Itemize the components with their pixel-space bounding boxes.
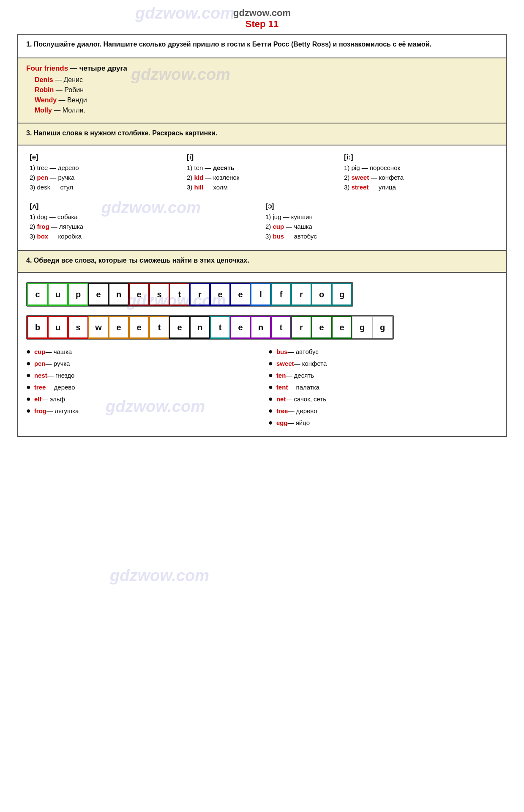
list-item: ●pen — ручка <box>26 359 256 368</box>
task1-section: 1. Послушайте диалог. Напишите сколько д… <box>18 35 506 58</box>
chain-cell: e <box>332 316 352 338</box>
chain-cell: g <box>352 316 372 338</box>
list-item: Wendy — Венди <box>35 96 498 104</box>
chain-cell: e <box>109 316 129 338</box>
friends-title-ru: — четыре друга <box>70 64 127 72</box>
chain-cell: c <box>27 283 48 305</box>
chain-cell: r <box>291 316 311 338</box>
main-container: 1. Послушайте диалог. Напишите сколько д… <box>17 34 507 437</box>
task1-text: Послушайте диалог. Напишите сколько друз… <box>34 41 431 48</box>
chain-cell: t <box>271 316 291 338</box>
task4-text: Обведи все слова, которые ты сможешь най… <box>34 257 249 264</box>
friends-section: Four friends — четыре друга Denis — Дени… <box>18 58 506 123</box>
chain-cell: t <box>210 316 230 338</box>
chain-cell: w <box>88 316 109 338</box>
task3-number: 3. <box>26 129 32 137</box>
chain1: c u p e n e s t r e e l f r o g <box>26 282 353 307</box>
friends-title-en: Four friends <box>26 64 68 72</box>
list-item: ●egg — яйцо <box>268 418 498 427</box>
task3-header-section: 3. Напиши слова в нужном столбике. Раскр… <box>18 123 506 145</box>
step-label: Step 11 <box>246 19 278 29</box>
task3-text: Напиши слова в нужном столбике. Раскрась… <box>34 129 218 137</box>
chain-cell: t <box>169 283 190 305</box>
chain-cell: e <box>230 316 251 338</box>
chain-cell: p <box>68 283 88 305</box>
phonics-col-i: [i] 1) ten — десять 2) kid — козленок 3)… <box>183 151 341 195</box>
chain-cell: e <box>230 283 251 305</box>
task3-header: 3. Напиши слова в нужном столбике. Раскр… <box>26 129 498 137</box>
phonics-col-e: [e] 1) tree — дерево 2) pen — ручка 3) d… <box>26 151 183 195</box>
friends-title: Four friends — четыре друга <box>26 64 498 73</box>
chain1-wrapper: c u p e n e s t r e e l f r o g <box>26 282 498 307</box>
phonics-col-ilong: [i:] 1) pig — поросенок 2) sweet — конфе… <box>341 151 498 195</box>
list-item: ●tent — палатка <box>268 383 498 392</box>
chain-cell: e <box>210 283 230 305</box>
list-item: ●net — сачок, сеть <box>268 395 498 403</box>
phonics-grid-top: [e] 1) tree — дерево 2) pen — ручка 3) d… <box>26 151 498 195</box>
list-item: ●elf — эльф <box>26 395 256 403</box>
chain-cell: n <box>251 316 271 338</box>
word-list-left: ●cup — чашка ●pen — ручка ●nest — гнездо… <box>26 347 256 430</box>
word-chain-section: c u p e n e s t r e e l f r o g <box>18 273 506 436</box>
list-item: ●tree — дерево <box>268 406 498 415</box>
phonics-col-o: [ɔ] 1) jug — кувшин 2) cup — чашка 3) bu… <box>262 200 498 244</box>
chain-cell: e <box>311 316 332 338</box>
friends-list: Denis — Денис Robin — Робин Wendy — Венд… <box>26 76 498 114</box>
chain-cell: g <box>372 316 393 338</box>
chain-cell: o <box>311 283 332 305</box>
chain-cell: s <box>149 283 169 305</box>
chain-cell: f <box>271 283 291 305</box>
chain2: b u s w e e t e n t e n t r e e <box>26 315 394 340</box>
list-item: ●bus — автобус <box>268 347 498 356</box>
list-item: Molly — Молли. <box>35 107 498 114</box>
word-lists: ●cup — чашка ●pen — ручка ●nest — гнездо… <box>26 347 498 430</box>
chain-cell: e <box>88 283 109 305</box>
chain-cell: s <box>68 316 88 338</box>
chain-cell: n <box>190 316 210 338</box>
word-list-right: ●bus — автобус ●sweet — конфета ●ten — д… <box>268 347 498 430</box>
task4-number: 4. <box>26 257 32 264</box>
task4-header: 4. Обведи все слова, которые ты сможешь … <box>26 257 498 264</box>
phonics-grid-bottom: [ʌ] 1) dog — собака 2) frog — лягушка 3)… <box>26 200 498 244</box>
chain-cell: u <box>48 316 68 338</box>
chain-cell: l <box>251 283 271 305</box>
chain-cell: b <box>27 316 48 338</box>
phonics-section: [e] 1) tree — дерево 2) pen — ручка 3) d… <box>18 145 506 251</box>
chain2-wrapper: b u s w e e t e n t e n t r e e <box>26 315 498 340</box>
list-item: Robin — Робин <box>35 86 498 94</box>
chain-cell: t <box>149 316 169 338</box>
list-item: ●nest — гнездо <box>26 371 256 380</box>
chain-cell: n <box>109 283 129 305</box>
task1-number: 1. <box>26 41 32 48</box>
task1-header: 1. Послушайте диалог. Напишите сколько д… <box>26 41 498 48</box>
list-item: ●tree — дерево <box>26 383 256 392</box>
chain-cell: e <box>169 316 190 338</box>
list-item: ●sweet — конфета <box>268 359 498 368</box>
phonics-col-a: [ʌ] 1) dog — собака 2) frog — лягушка 3)… <box>26 200 262 244</box>
list-item: Denis — Денис <box>35 76 498 84</box>
chain-cell: r <box>291 283 311 305</box>
list-item: ●ten — десять <box>268 371 498 380</box>
chain-cell: e <box>129 283 149 305</box>
page-header: gdzwow.com Step 11 <box>0 0 524 34</box>
list-item: ●frog — лягушка <box>26 406 256 415</box>
site-header-text: gdzwow.com <box>233 8 291 18</box>
chain-cell: r <box>190 283 210 305</box>
chain-cell: e <box>129 316 149 338</box>
task4-header-section: 4. Обведи все слова, которые ты сможешь … <box>18 251 506 273</box>
chain-cell: g <box>332 283 352 305</box>
chain-cell: u <box>48 283 68 305</box>
watermark-6: gdzwow.com <box>110 567 209 585</box>
list-item: ●cup — чашка <box>26 347 256 356</box>
